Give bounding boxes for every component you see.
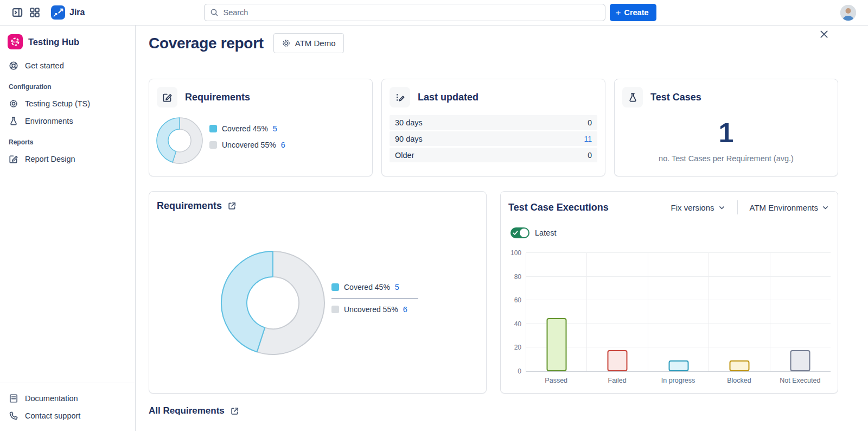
- page-title: Coverage report: [149, 35, 264, 52]
- sidebar-app-header: ATM Testing Hub: [4, 31, 131, 57]
- phone-icon: [9, 411, 18, 421]
- all-requirements-section: All Requirements: [149, 405, 239, 416]
- bar-column-in-progress: [648, 253, 709, 371]
- app-root: ↗↗ Jira + Create ATM Testing Hub Get sta…: [0, 0, 868, 431]
- document-icon: [9, 394, 18, 403]
- fix-versions-dropdown[interactable]: Fix versions: [671, 203, 725, 212]
- search-icon: [210, 8, 219, 17]
- requirements-summary-card: Requirements Covered 45% 5 Uncovered 55%…: [149, 79, 373, 176]
- card-title: Test Cases: [650, 92, 701, 103]
- uncovered-count-link[interactable]: 6: [403, 305, 407, 314]
- requirements-detail-card: Requirements Covered 45% 5 Uncovered 55%…: [149, 191, 487, 394]
- create-button[interactable]: + Create: [610, 4, 656, 21]
- bar-column-not-executed: [770, 253, 831, 371]
- card-title: Last updated: [418, 92, 478, 103]
- all-requirements-link[interactable]: All Requirements: [149, 405, 225, 416]
- y-axis-tick-label: 80: [514, 273, 521, 281]
- y-axis-tick-label: 60: [514, 296, 521, 304]
- gear-icon: [282, 39, 291, 48]
- sidebar-app-title: Testing Hub: [28, 37, 79, 47]
- last-updated-icon: [390, 87, 410, 107]
- executions-bar-chart: 020406080100 PassedFailedIn progressBloc…: [526, 253, 831, 384]
- uncovered-swatch: [331, 306, 339, 313]
- test-cases-card: Test Cases 1 no. Test Cases per Requirem…: [614, 79, 838, 176]
- app-switcher-icon[interactable]: [26, 4, 43, 21]
- coverage-donut-chart-large: [219, 249, 327, 357]
- global-search[interactable]: [204, 4, 605, 21]
- last-updated-row-older: Older 0: [390, 148, 597, 162]
- flask-icon: [9, 116, 18, 126]
- uncovered-count-link[interactable]: 6: [281, 141, 285, 149]
- main-content: Coverage report ATM Demo Requirements Co…: [136, 26, 868, 431]
- flask-icon: [622, 87, 643, 107]
- uncovered-swatch: [209, 141, 217, 149]
- legend-uncovered: Uncovered 55% 6: [209, 141, 285, 149]
- lifebuoy-icon: [9, 61, 18, 71]
- last-updated-row-30-days: 30 days 0: [390, 115, 597, 130]
- legend-covered: Covered 45% 5: [331, 283, 418, 291]
- bar-not-executed[interactable]: [790, 350, 810, 371]
- svg-text:ATM: ATM: [12, 40, 18, 43]
- toggle-knob: [520, 229, 528, 237]
- open-all-requirements-icon[interactable]: [230, 407, 239, 416]
- close-icon[interactable]: [818, 29, 830, 41]
- sidebar-section-configuration: Configuration: [4, 74, 131, 95]
- open-requirements-icon[interactable]: [227, 201, 237, 211]
- requirements-icon: [157, 87, 177, 107]
- covered-swatch: [331, 283, 339, 291]
- bar-failed[interactable]: [608, 350, 628, 371]
- check-icon: [513, 230, 518, 236]
- bar-in-progress[interactable]: [668, 360, 688, 371]
- filter-divider: [737, 200, 738, 214]
- sidebar-footer: Documentation Contact support: [0, 383, 135, 431]
- project-selector-button[interactable]: ATM Demo: [273, 33, 344, 53]
- bar-column-passed: [526, 253, 587, 371]
- app-name: Jira: [69, 8, 85, 17]
- jira-home-link[interactable]: ↗↗ Jira: [51, 5, 85, 20]
- test-case-executions-card: Test Case Executions Fix versions ATM En…: [500, 191, 838, 394]
- sidebar-item-report-design[interactable]: Report Design: [4, 150, 131, 168]
- testing-hub-logo-icon: ATM: [8, 34, 23, 49]
- covered-count-link[interactable]: 5: [395, 283, 399, 291]
- card-title: Test Case Executions: [508, 202, 671, 213]
- sidebar-item-environments[interactable]: Environments: [4, 112, 131, 130]
- last-updated-card: Last updated 30 days 0 90 days 11 Older …: [381, 79, 605, 176]
- bar-column-failed: [587, 253, 648, 371]
- chevron-down-icon: [718, 204, 725, 211]
- test-cases-caption: no. Test Cases per Requirement (avg.): [615, 154, 838, 163]
- last-updated-row-90-days: 90 days 11: [390, 131, 597, 146]
- sidebar-item-testing-setup[interactable]: Testing Setup (TS): [4, 95, 131, 112]
- atm-environments-dropdown[interactable]: ATM Environments: [750, 203, 829, 212]
- latest-toggle[interactable]: [510, 227, 529, 238]
- x-axis-category-label: In progress: [648, 377, 709, 384]
- ninety-days-count-link[interactable]: 11: [584, 135, 592, 143]
- y-axis-tick-label: 100: [510, 249, 521, 257]
- latest-toggle-label: Latest: [535, 229, 557, 237]
- legend-divider: [331, 298, 418, 299]
- bar-column-blocked: [709, 253, 770, 371]
- bar-chart-x-labels: PassedFailedIn progressBlockedNot Execut…: [526, 377, 831, 384]
- coverage-donut-chart-small: [155, 116, 204, 165]
- covered-count-link[interactable]: 5: [273, 124, 277, 133]
- bar-passed[interactable]: [546, 318, 566, 371]
- card-title: Requirements: [157, 200, 222, 212]
- user-avatar[interactable]: [840, 5, 856, 21]
- x-axis-category-label: Failed: [586, 377, 647, 384]
- chevron-down-icon: [822, 204, 829, 211]
- top-bar: ↗↗ Jira + Create: [0, 0, 868, 26]
- gear-icon: [9, 99, 18, 109]
- sidebar-item-get-started[interactable]: Get started: [4, 57, 131, 74]
- sidebar: ATM Testing Hub Get started Configuratio…: [0, 26, 136, 431]
- edit-report-icon: [9, 154, 18, 164]
- test-cases-avg-value: 1: [615, 119, 838, 147]
- x-axis-category-label: Passed: [526, 377, 586, 384]
- legend-covered: Covered 45% 5: [209, 124, 285, 133]
- y-axis-tick-label: 40: [514, 320, 521, 328]
- plus-icon: +: [615, 8, 621, 17]
- search-input[interactable]: [223, 8, 599, 17]
- y-axis-tick-label: 0: [518, 367, 521, 375]
- collapse-sidebar-icon[interactable]: [9, 4, 26, 21]
- sidebar-item-contact-support[interactable]: Contact support: [4, 407, 131, 424]
- sidebar-item-documentation[interactable]: Documentation: [4, 390, 131, 407]
- bar-blocked[interactable]: [729, 360, 749, 371]
